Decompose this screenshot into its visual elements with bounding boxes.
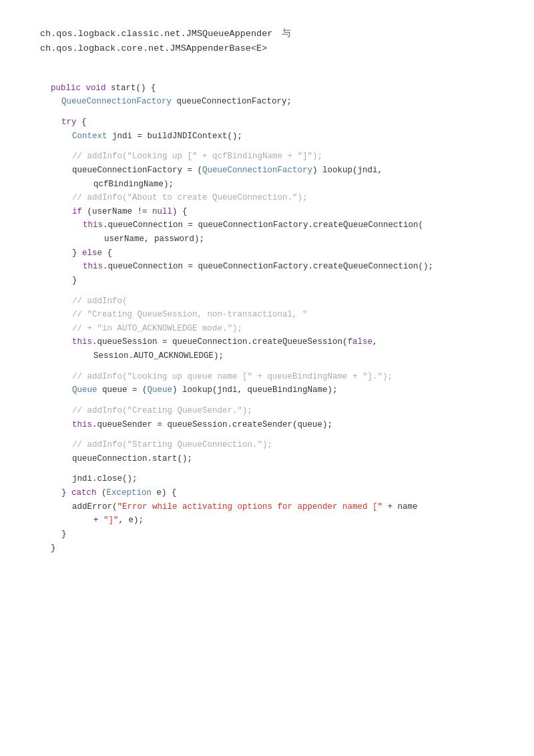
code-line: this.queueSender = queueSession.createSe… [40,418,494,432]
code-line [40,109,494,116]
code-line: QueueConnectionFactory queueConnectionFa… [40,95,494,109]
code-line: } [40,542,494,556]
code-line: } [40,274,494,288]
code-line: } [40,528,494,542]
code-line [40,465,494,472]
code-line: // addInfo( [40,295,494,309]
code-line: try { [40,116,494,130]
code-line: } catch (Exception e) { [40,486,494,500]
code-line: this.queueConnection = queueConnectionFa… [40,218,494,232]
code-line: jndi.close(); [40,472,494,486]
code-block: public void start() {QueueConnectionFact… [40,67,494,555]
code-line: queueConnectionFactory = (QueueConnectio… [40,164,494,178]
code-line: addError("Error while activating options… [40,500,494,514]
code-line: qcfBindingName); [40,178,494,192]
code-line [40,288,494,295]
code-line [40,397,494,404]
code-line: // addInfo("Looking up queue name [" + q… [40,370,494,384]
code-line: // addInfo("About to create QueueConnect… [40,191,494,205]
code-line [40,143,494,150]
class2-label: ch.qos.logback.core.net.JMSAppenderBase<… [40,43,267,53]
code-line: } else { [40,246,494,260]
code-line: Context jndi = buildJNDIContext(); [40,130,494,144]
code-line [40,431,494,438]
code-line: // + "in AUTO_ACKNOWLEDGE mode."); [40,322,494,336]
code-line: queueConnection.start(); [40,452,494,466]
separator: 与 [282,29,291,39]
code-line [40,363,494,370]
code-line: + "]", e); [40,514,494,528]
code-line: // addInfo("Creating QueueSender."); [40,404,494,418]
code-line: if (userName != null) { [40,205,494,219]
code-line: // "Creating QueueSession, non-transacti… [40,308,494,322]
code-line: this.queueSession = queueConnection.crea… [40,335,494,349]
code-line: // addInfo("Starting QueueConnection."); [40,438,494,452]
code-line: // addInfo("Looking up [" + qcfBindingNa… [40,150,494,164]
code-line: userName, password); [40,232,494,246]
page-header: ch.qos.logback.classic.net.JMSQueueAppen… [40,27,494,55]
code-line: public void start() { [40,81,494,96]
class1-label: ch.qos.logback.classic.net.JMSQueueAppen… [40,29,272,39]
code-line: this.queueConnection = queueConnectionFa… [40,260,494,274]
code-line: Session.AUTO_ACKNOWLEDGE); [40,349,494,363]
code-line: Queue queue = (Queue) lookup(jndi, queue… [40,383,494,397]
